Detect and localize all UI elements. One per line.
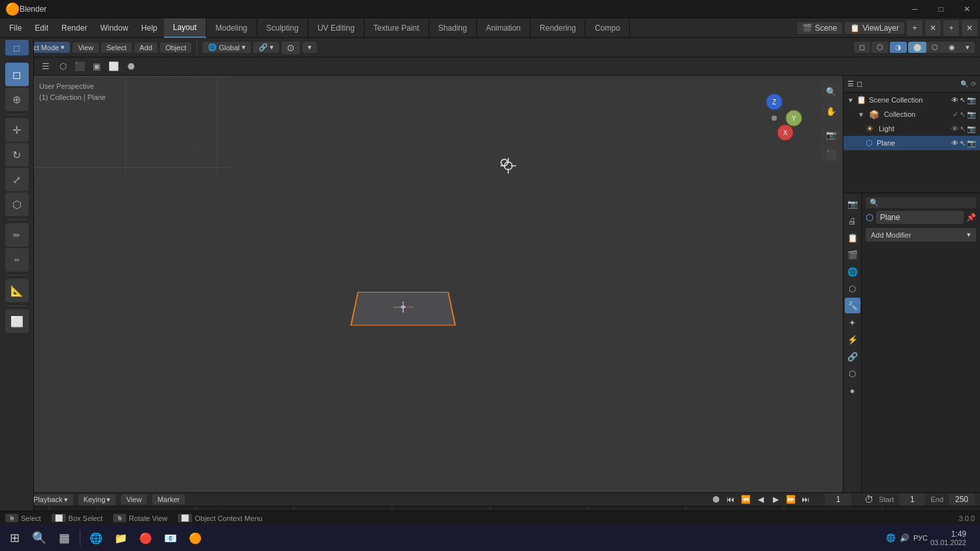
- next-frame-btn[interactable]: ⏩: [784, 493, 797, 506]
- tab-uv-editing[interactable]: UV Editing: [308, 18, 365, 38]
- render-shading[interactable]: ◉: [943, 42, 960, 53]
- collection-item[interactable]: ▼ 📦 Collection ✓ ↖ 📷: [843, 107, 980, 121]
- collection-eye-icon[interactable]: ✓: [953, 110, 958, 119]
- add-viewlayer-button[interactable]: +: [943, 20, 959, 36]
- proportional-editing[interactable]: ⊙: [282, 41, 300, 54]
- xray-toggle[interactable]: ◑: [890, 42, 907, 53]
- add-menu[interactable]: Add: [135, 42, 158, 53]
- play-reverse-btn[interactable]: ◀: [754, 493, 767, 506]
- plane-item[interactable]: ⬡ Plane 👁 ↖ 📷: [843, 136, 980, 150]
- close-button[interactable]: ✕: [954, 0, 980, 18]
- end-frame-field[interactable]: 250: [949, 494, 975, 505]
- marker-btn[interactable]: Marker: [152, 494, 185, 505]
- shading-wire[interactable]: ◻: [854, 42, 870, 53]
- pan-button[interactable]: ✋: [822, 102, 840, 120]
- tab-modeling[interactable]: Modeling: [206, 18, 257, 38]
- material-shading[interactable]: ⬡: [926, 42, 943, 53]
- jump-end-btn[interactable]: ⏭: [799, 493, 812, 506]
- light-render-icon[interactable]: 📷: [967, 125, 976, 133]
- orthographic-button[interactable]: ⬛: [822, 145, 840, 163]
- object-props-btn[interactable]: ⬡: [845, 281, 860, 296]
- plane-pointer-icon[interactable]: ↖: [960, 139, 966, 148]
- show-desktop-btn[interactable]: [969, 526, 972, 550]
- tab-sculpting[interactable]: Sculpting: [257, 18, 308, 38]
- menu-window[interactable]: Window: [93, 21, 135, 35]
- search-taskbar-button[interactable]: 🔍: [27, 526, 51, 550]
- collection-render-icon[interactable]: 📷: [967, 110, 976, 119]
- play-btn[interactable]: ▶: [769, 493, 782, 506]
- constraints-props-btn[interactable]: 🔗: [845, 349, 860, 364]
- render-icon[interactable]: 📷: [967, 96, 976, 104]
- viewport-btn4[interactable]: ⬜: [106, 59, 122, 74]
- object-data-props-btn[interactable]: ⬡: [845, 366, 860, 381]
- render-props-btn[interactable]: 📷: [845, 196, 860, 212]
- keying-btn[interactable]: Keying ▾: [78, 494, 116, 505]
- edge-taskbar-btn[interactable]: 🌐: [84, 526, 108, 550]
- rotate-tool-button[interactable]: ↻: [5, 143, 29, 166]
- transform-orientation[interactable]: 🌐 Global ▾: [203, 42, 251, 53]
- scene-selector[interactable]: 🎬 Scene: [797, 22, 842, 34]
- light-item[interactable]: ☀ Light 👁 ↖ 📷: [843, 121, 980, 136]
- outliner-filter-icon[interactable]: 🔍: [960, 80, 968, 87]
- physics-props-btn[interactable]: ⚡: [845, 332, 860, 347]
- cursor-tool-button[interactable]: ⊕: [5, 87, 29, 111]
- maximize-button[interactable]: □: [928, 0, 954, 18]
- tab-animation[interactable]: Animation: [477, 18, 531, 38]
- object-mode-icon[interactable]: ◻: [5, 40, 29, 55]
- plane-object[interactable]: [350, 292, 456, 326]
- view-menu[interactable]: View: [73, 42, 99, 53]
- viewport-axis-gizmo[interactable]: Z Y X: [745, 86, 804, 144]
- camera-view-button[interactable]: 📷: [822, 125, 840, 144]
- annotate-tool-button[interactable]: ✏: [5, 223, 29, 247]
- viewport-btn1[interactable]: ⬡: [55, 59, 71, 74]
- tab-compositing[interactable]: Compo: [585, 18, 630, 38]
- material-props-btn[interactable]: ●: [845, 383, 860, 398]
- select-menu[interactable]: Select: [101, 42, 132, 53]
- light-eye-icon[interactable]: 👁: [951, 125, 958, 133]
- tray-lang-btn[interactable]: РУС: [913, 534, 928, 542]
- playback-btn[interactable]: Playback ▾: [28, 494, 73, 505]
- opera-taskbar-btn[interactable]: 🔴: [134, 526, 157, 550]
- plane-eye-icon[interactable]: 👁: [951, 139, 958, 148]
- tray-network-icon[interactable]: 🌐: [886, 533, 896, 543]
- particles-props-btn[interactable]: ✦: [845, 315, 860, 330]
- transform-tool-button[interactable]: ⬡: [5, 193, 29, 216]
- pin-icon[interactable]: 📌: [966, 213, 976, 222]
- plane-render-icon[interactable]: 📷: [967, 139, 976, 148]
- outliner-sync-icon[interactable]: ⟳: [971, 80, 976, 87]
- light-pointer-icon[interactable]: ↖: [960, 125, 966, 133]
- explorer-taskbar-btn[interactable]: 📁: [109, 526, 133, 550]
- add-object-button[interactable]: ⬜: [5, 309, 29, 333]
- editor-type-btn[interactable]: ☰: [38, 59, 54, 74]
- viewlayer-options-button[interactable]: ✕: [962, 20, 977, 36]
- clock-area[interactable]: 1:49 03.01.2022: [930, 529, 966, 546]
- properties-search[interactable]: 🔍: [866, 197, 976, 208]
- scene-collection-row[interactable]: ▼ 📋 Scene Collection 👁 ↖ 📷: [843, 93, 980, 107]
- win-start-button[interactable]: ⊞: [3, 526, 26, 550]
- view-layer-props-btn[interactable]: 📋: [845, 230, 860, 245]
- move-tool-button[interactable]: ✛: [5, 118, 29, 142]
- viewport-btn5[interactable]: ⬣: [123, 59, 139, 74]
- viewlayer-selector[interactable]: 📋 ViewLayer: [845, 22, 904, 34]
- overlay-toggle[interactable]: ⬡: [872, 42, 889, 53]
- start-frame-field[interactable]: 1: [899, 494, 925, 505]
- zoom-to-fit-button[interactable]: 🔍: [822, 82, 840, 101]
- current-frame-field[interactable]: 1: [825, 494, 851, 505]
- shading-chevron[interactable]: ▾: [960, 42, 975, 53]
- solid-shading[interactable]: ⬤: [908, 42, 926, 53]
- tray-sound-icon[interactable]: 🔊: [900, 533, 909, 543]
- tab-texture-paint[interactable]: Texture Paint: [365, 18, 429, 38]
- task-view-button[interactable]: ▦: [52, 526, 76, 550]
- eye-icon[interactable]: 👁: [951, 96, 958, 104]
- viewport-btn2[interactable]: ⬛: [72, 59, 88, 74]
- menu-file[interactable]: File: [3, 21, 28, 35]
- measure-button[interactable]: 📐: [5, 279, 29, 302]
- modifier-props-btn[interactable]: 🔧: [845, 298, 860, 313]
- tab-layout[interactable]: Layout: [164, 18, 206, 38]
- jump-start-btn[interactable]: ⏮: [724, 493, 737, 506]
- tab-rendering[interactable]: Rendering: [531, 18, 585, 38]
- pointer-icon[interactable]: ↖: [960, 96, 966, 104]
- object-menu[interactable]: Object: [160, 42, 191, 53]
- menu-edit[interactable]: Edit: [28, 21, 55, 35]
- proportional-type[interactable]: ▾: [302, 42, 317, 53]
